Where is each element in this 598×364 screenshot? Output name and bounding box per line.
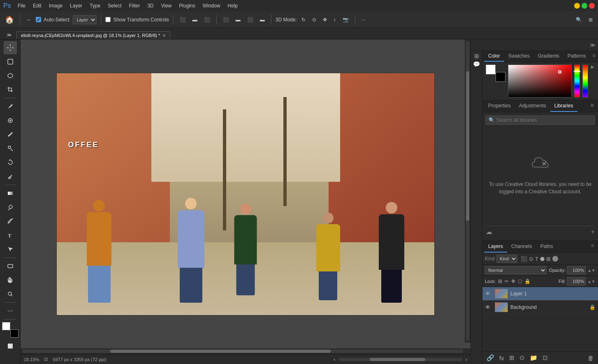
type-tool[interactable]: T (4, 229, 17, 242)
lock-image-icon[interactable]: ✏ (505, 278, 509, 284)
patterns-tab[interactable]: Patterns (563, 51, 590, 62)
3d-scale-button[interactable]: 📷 (341, 16, 351, 24)
layer-item-background[interactable]: 👁 Background 🔒 (482, 301, 598, 314)
paths-tab[interactable]: Paths (536, 241, 557, 253)
search-button[interactable]: 🔍 (574, 16, 584, 24)
rectangle-shape-tool[interactable] (4, 260, 17, 273)
layers-panel-options-btn[interactable]: ≡ (589, 241, 596, 253)
panel-options-button[interactable]: ⊞ (586, 16, 595, 24)
layer-item-layer1[interactable]: 👁 Layer 1 (482, 287, 598, 301)
menu-file[interactable]: File (14, 2, 29, 9)
layers-kind-select[interactable]: Kind (496, 255, 517, 263)
new-group-button[interactable]: 📁 (528, 353, 539, 362)
home-button[interactable]: 🏠 (3, 14, 16, 26)
hue-slider[interactable] (574, 65, 580, 97)
channels-tab[interactable]: Channels (507, 241, 536, 253)
distribute-extra-button[interactable]: ▬ (258, 16, 267, 24)
h-scroll-thumb[interactable] (110, 350, 331, 353)
menu-edit[interactable]: Edit (30, 2, 45, 9)
menu-select[interactable]: Select (104, 2, 125, 9)
layer1-visibility-icon[interactable]: 👁 (485, 290, 492, 297)
move-tool-button[interactable]: ↔ (24, 16, 33, 24)
background-color-box[interactable] (496, 72, 505, 82)
icon-bar-btn-1[interactable]: ⊞ (474, 53, 479, 59)
adjustments-tab[interactable]: Adjustments (515, 100, 550, 112)
minimize-button[interactable] (574, 3, 580, 9)
status-right-arrow[interactable]: › (466, 356, 467, 362)
healing-brush-tool[interactable] (4, 114, 17, 127)
icon-bar-btn-2[interactable]: 💬 (473, 61, 480, 67)
v-scroll-thumb[interactable] (466, 71, 469, 221)
maximize-button[interactable] (582, 3, 587, 9)
panel-collapse-right-button[interactable]: ≫ (590, 42, 596, 48)
eyedropper-tool[interactable] (4, 100, 17, 113)
opacity-slider[interactable] (582, 65, 588, 97)
menu-view[interactable]: View (158, 2, 175, 9)
3d-rotate-button[interactable]: ↻ (299, 16, 308, 24)
layers-tab[interactable]: Layers (484, 241, 507, 253)
background-color-swatch[interactable] (10, 329, 19, 338)
lock-transparent-icon[interactable]: ⊞ (498, 278, 502, 284)
fill-input[interactable] (567, 277, 586, 285)
document-tab[interactable]: eliott-reyna-jCEpN62oWL4-unsplash.jpg @ … (16, 31, 170, 39)
fill-stepper[interactable]: ▲▼ (587, 279, 596, 284)
background-visibility-icon[interactable]: 👁 (485, 304, 492, 311)
3d-orbit-button[interactable]: ⊙ (310, 16, 318, 24)
color-tab[interactable]: Color (484, 51, 504, 62)
new-layer-button[interactable]: ⊡ (541, 353, 549, 362)
menu-filter[interactable]: Filter (125, 2, 143, 9)
filter-shape-icon[interactable]: ⬢ (540, 256, 545, 262)
eraser-tool[interactable] (4, 170, 17, 183)
libraries-search-input[interactable] (496, 117, 592, 123)
3d-slide-button[interactable]: ↕ (331, 16, 338, 24)
libraries-tab[interactable]: Libraries (550, 100, 577, 112)
foreground-color-box[interactable] (486, 65, 496, 74)
prop-panel-options-btn[interactable]: ≡ (588, 100, 596, 112)
lock-position-icon[interactable]: ✥ (511, 278, 515, 284)
align-center-button[interactable]: ▬ (190, 16, 199, 24)
bottom-scroll-track[interactable] (339, 358, 462, 361)
extra-tools-button[interactable]: ··· (4, 304, 17, 318)
blend-mode-select[interactable]: Normal (485, 266, 547, 274)
canvas-scrollable[interactable]: OFFEE (21, 39, 471, 348)
add-mask-button[interactable]: ⊞ (508, 353, 516, 362)
clone-stamp-tool[interactable] (4, 142, 17, 155)
3d-pan-button[interactable]: ✥ (321, 16, 329, 24)
filter-pixel-icon[interactable]: ⬛ (521, 256, 527, 262)
color-gradient-picker[interactable] (508, 65, 572, 97)
lock-all-icon[interactable]: 🔒 (524, 278, 531, 284)
layer-select[interactable]: Layer (73, 15, 97, 24)
auto-select-checkbox[interactable] (36, 17, 41, 22)
gradients-tab[interactable]: Gradients (534, 51, 563, 62)
filter-smart-icon[interactable]: ⊞ (546, 256, 551, 262)
distribute-left-button[interactable]: ⬛ (221, 16, 231, 24)
distribute-center-button[interactable]: ▬ (234, 16, 243, 24)
menu-layer[interactable]: Layer (67, 2, 86, 9)
more-button[interactable]: ··· (359, 16, 368, 24)
menu-help[interactable]: Help (224, 2, 241, 9)
delete-layer-button[interactable]: 🗑 (586, 354, 596, 362)
opacity-input[interactable] (567, 266, 586, 274)
color-expand-arrow[interactable]: ▶ (591, 65, 595, 69)
link-layers-button[interactable]: 🔗 (485, 353, 496, 362)
dodge-tool[interactable] (4, 201, 17, 214)
path-selection-tool[interactable] (4, 243, 17, 256)
select-lasso-tool[interactable] (4, 69, 17, 82)
align-right-button[interactable]: ⬛ (202, 16, 212, 24)
align-left-button[interactable]: ⬛ (178, 16, 188, 24)
filter-adjustment-icon[interactable]: ⊙ (529, 256, 533, 262)
menu-3d[interactable]: 3D (144, 2, 157, 9)
distribute-right-button[interactable]: ⬛ (245, 16, 255, 24)
filter-toggle-icon[interactable] (552, 256, 558, 262)
color-panel-options[interactable]: ≡ (590, 51, 598, 62)
menu-plugins[interactable]: Plugins (176, 2, 198, 9)
swatches-tab[interactable]: Swatches (504, 51, 534, 62)
crop-tool[interactable] (4, 83, 17, 96)
menu-image[interactable]: Image (46, 2, 66, 9)
menu-type[interactable]: Type (86, 2, 104, 9)
show-transform-checkbox[interactable] (105, 17, 111, 22)
gradient-tool[interactable] (4, 187, 17, 200)
select-rectangular-tool[interactable] (4, 55, 17, 68)
bottom-scroll-thumb[interactable] (370, 358, 425, 361)
foreground-color-swatch[interactable] (2, 322, 10, 330)
